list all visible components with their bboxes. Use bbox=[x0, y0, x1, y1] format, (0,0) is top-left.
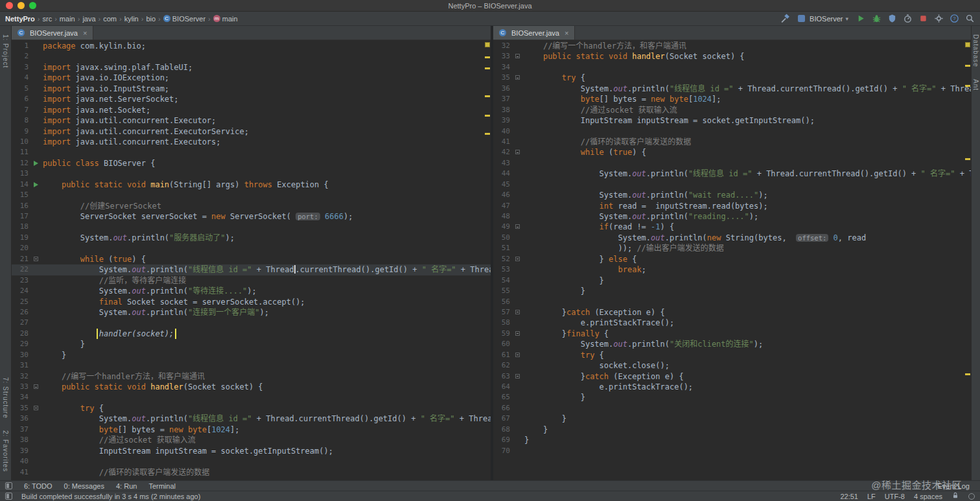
fold-icon[interactable] bbox=[34, 384, 38, 389]
code-line-51[interactable]: 51 )); //输出客户端发送的数据 bbox=[493, 243, 971, 253]
line-number[interactable]: 63 bbox=[493, 371, 513, 382]
tab-bioserver-java[interactable]: C BIOServer.java × bbox=[12, 26, 93, 40]
encoding-widget[interactable]: UTF-8 bbox=[885, 493, 905, 500]
line-number[interactable]: 35 bbox=[493, 73, 513, 83]
code-line-64[interactable]: 64 e.printStackTrace(); bbox=[493, 382, 971, 392]
code-line-20[interactable]: 20 bbox=[12, 243, 491, 253]
run-icon[interactable] bbox=[856, 14, 866, 23]
line-number[interactable]: 33 bbox=[493, 51, 513, 62]
line-number[interactable]: 15 bbox=[12, 190, 31, 200]
line-number[interactable]: 55 bbox=[493, 286, 513, 296]
status-message[interactable]: Build completed successfully in 3 s 4 ms… bbox=[21, 493, 200, 500]
code-line-39[interactable]: 39 InputStream inputStream = socket.getI… bbox=[493, 115, 971, 126]
line-number[interactable]: 50 bbox=[493, 233, 513, 243]
code-line-61[interactable]: 61 try { bbox=[493, 350, 971, 360]
search-everywhere-icon[interactable] bbox=[965, 14, 975, 23]
code-line-32[interactable]: 32 //编写一个handler方法，和客户端通讯 bbox=[12, 371, 491, 382]
code-line-29[interactable]: 29 } bbox=[12, 339, 491, 349]
code-line-19[interactable]: 19 System.out.println("服务器启动了"); bbox=[12, 233, 491, 243]
line-number[interactable]: 16 bbox=[12, 201, 31, 211]
code-line-10[interactable]: 10import java.util.concurrent.Executors; bbox=[12, 137, 491, 147]
toolwindow-button-4-run[interactable]: 4: Run bbox=[116, 482, 137, 490]
fold-icon[interactable] bbox=[34, 406, 38, 410]
line-number[interactable]: 18 bbox=[12, 222, 31, 232]
line-number[interactable]: 12 bbox=[12, 158, 31, 169]
toolwindow-stripe-button-1-project[interactable]: 1: Project bbox=[2, 34, 9, 68]
code-line-46[interactable]: 46 System.out.println("wait read...."); bbox=[493, 190, 971, 200]
minimize-window-button[interactable] bbox=[18, 2, 25, 9]
line-number[interactable]: 10 bbox=[12, 137, 31, 147]
breadcrumb-item-src[interactable]: src bbox=[43, 15, 52, 23]
code-line-48[interactable]: 48 System.out.println("reading...."); bbox=[493, 211, 971, 222]
code-line-14[interactable]: 14 public static void main(String[] args… bbox=[12, 180, 491, 190]
code-line-35[interactable]: 35 try { bbox=[12, 403, 491, 414]
line-number[interactable]: 41 bbox=[493, 137, 513, 147]
warning-stripe-mark[interactable] bbox=[965, 158, 970, 160]
fold-icon[interactable] bbox=[515, 54, 520, 58]
code-line-54[interactable]: 54 } bbox=[493, 275, 971, 286]
toolwindow-stripe-button-database[interactable]: Database bbox=[972, 34, 979, 67]
line-number[interactable]: 36 bbox=[493, 84, 513, 94]
code-line-27[interactable]: 27 bbox=[12, 318, 491, 328]
warning-stripe-mark[interactable] bbox=[485, 95, 490, 97]
code-line-36[interactable]: 36 System.out.println("线程信息 id =" + Thre… bbox=[12, 414, 491, 424]
line-number[interactable]: 52 bbox=[493, 254, 513, 264]
code-editor-left[interactable]: 1package com.kylin.bio;23import javax.sw… bbox=[12, 40, 491, 480]
toolwindow-button-terminal[interactable]: Terminal bbox=[148, 482, 176, 490]
breadcrumb-item-bio[interactable]: bio bbox=[146, 15, 156, 23]
line-number[interactable]: 33 bbox=[12, 382, 31, 392]
toolwindow-stripe-button-7-structure[interactable]: 7: Structure bbox=[2, 377, 9, 419]
breadcrumb-item-com[interactable]: com bbox=[103, 15, 117, 23]
lock-icon[interactable] bbox=[951, 491, 959, 501]
line-number[interactable]: 41 bbox=[12, 467, 31, 478]
code-line-40[interactable]: 40 bbox=[493, 126, 971, 137]
breadcrumb-item-main[interactable]: mmain bbox=[213, 15, 238, 23]
help-icon[interactable]: ? bbox=[950, 14, 959, 23]
line-number[interactable]: 32 bbox=[12, 371, 31, 382]
code-line-4[interactable]: 4import java.io.IOException; bbox=[12, 73, 491, 83]
breadcrumb-item-main[interactable]: main bbox=[60, 15, 75, 23]
line-number[interactable]: 60 bbox=[493, 339, 513, 349]
line-number[interactable]: 9 bbox=[12, 126, 31, 137]
fold-icon[interactable] bbox=[515, 75, 520, 80]
code-line-21[interactable]: 21 while (true) { bbox=[12, 254, 491, 264]
code-line-59[interactable]: 59 }finally { bbox=[493, 329, 971, 339]
line-number[interactable]: 14 bbox=[12, 180, 31, 190]
line-number[interactable]: 6 bbox=[12, 94, 31, 104]
line-number[interactable]: 51 bbox=[493, 243, 513, 253]
warning-stripe-mark[interactable] bbox=[965, 85, 970, 87]
code-line-35[interactable]: 35 try { bbox=[493, 73, 971, 83]
code-line-23[interactable]: 23 //监听，等待客户端连接 bbox=[12, 275, 491, 286]
toolwindow-switcher-icon[interactable] bbox=[5, 482, 12, 489]
indent-widget[interactable]: 4 spaces bbox=[914, 493, 942, 500]
code-line-33[interactable]: 33 public static void handler(Socket soc… bbox=[12, 382, 491, 392]
line-number[interactable]: 40 bbox=[12, 456, 31, 467]
code-line-37[interactable]: 37 byte[] bytes = new byte[1024]; bbox=[12, 425, 491, 435]
code-line-63[interactable]: 63 }catch (Exception e) { bbox=[493, 371, 971, 382]
line-number[interactable]: 40 bbox=[493, 126, 513, 137]
code-line-52[interactable]: 52 } else { bbox=[493, 254, 971, 264]
code-line-22[interactable]: 22 System.out.println("线程信息 id =" + Thre… bbox=[12, 264, 491, 275]
line-number[interactable]: 35 bbox=[12, 403, 31, 414]
line-number[interactable]: 67 bbox=[493, 414, 513, 424]
line-number[interactable]: 68 bbox=[493, 425, 513, 435]
code-line-24[interactable]: 24 System.out.println("等待连接...."); bbox=[12, 286, 491, 296]
line-number[interactable]: 34 bbox=[12, 392, 31, 402]
line-number[interactable]: 44 bbox=[493, 169, 513, 179]
settings-gear-icon[interactable] bbox=[934, 14, 944, 23]
line-number[interactable]: 70 bbox=[493, 446, 513, 456]
line-number[interactable]: 21 bbox=[12, 254, 31, 264]
tab-bioserver-java[interactable]: C BIOServer.java × bbox=[493, 26, 575, 40]
code-line-32[interactable]: 32 //编写一个handler方法，和客户端通讯 bbox=[493, 41, 971, 51]
code-line-58[interactable]: 58 e.printStackTrace(); bbox=[493, 318, 971, 328]
fold-icon[interactable] bbox=[515, 374, 520, 379]
fold-icon[interactable] bbox=[515, 224, 520, 229]
run-gutter-icon[interactable] bbox=[34, 182, 38, 187]
code-line-41[interactable]: 41 //循环的读取客户端发送的数据 bbox=[12, 467, 491, 478]
line-number[interactable]: 38 bbox=[12, 435, 31, 445]
code-line-17[interactable]: 17 ServerSocket serverSocket = new Serve… bbox=[12, 211, 491, 222]
code-line-39[interactable]: 39 InputStream inputStream = socket.getI… bbox=[12, 446, 491, 456]
warning-stripe-mark[interactable] bbox=[965, 65, 970, 67]
close-window-button[interactable] bbox=[6, 2, 13, 9]
code-line-33[interactable]: 33 public static void handler(Socket soc… bbox=[493, 51, 971, 62]
